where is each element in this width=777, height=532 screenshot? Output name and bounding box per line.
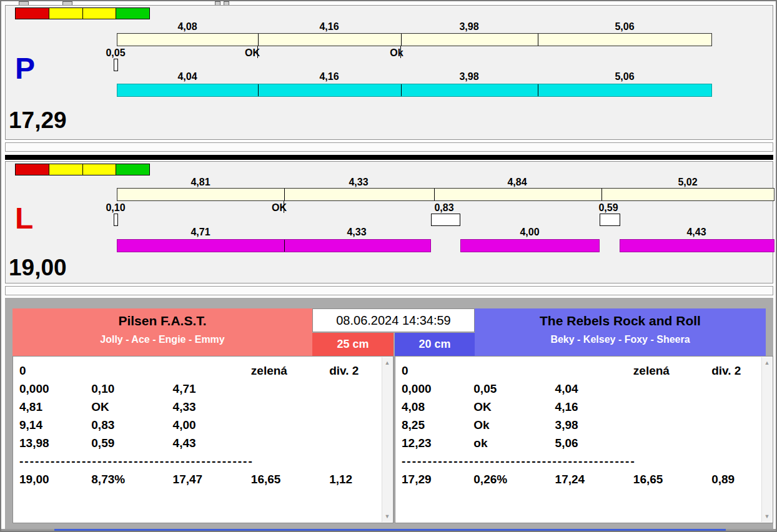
right-table-scrollbar[interactable]: ▲ ▼ xyxy=(761,357,772,522)
bar-tick xyxy=(284,240,285,252)
table-row: 0,000 0,05 4,04 xyxy=(395,380,773,398)
table-cell: OK xyxy=(473,398,552,416)
table-cell: 1,12 xyxy=(329,470,388,488)
light-yellow-2 xyxy=(83,164,117,175)
p-start-gap-box xyxy=(114,59,118,71)
lane-divider xyxy=(5,155,773,160)
l-fault-time-1: 0,83 xyxy=(434,202,453,214)
table-cell: 16,65 xyxy=(633,470,708,488)
table-separator: ----------------------------------------… xyxy=(395,452,773,470)
light-yellow-1 xyxy=(49,8,83,19)
flyball-timing-window: 4,08 4,16 3,98 5,06 0,05 OK Ok 4,04 4,16… xyxy=(0,0,777,532)
table-row: 8,25 Ok 3,98 xyxy=(395,416,773,434)
left-team-name: Pilsen F.A.S.T. xyxy=(12,313,312,328)
l-dog-time-4: 4,43 xyxy=(686,227,706,238)
right-team-name: The Rebels Rock and Roll xyxy=(475,313,766,328)
p-marker-ok-2: Ok xyxy=(390,47,403,59)
lane-panel-left xyxy=(5,161,773,283)
l-crossing-bar xyxy=(117,188,775,201)
table-cell: 3,98 xyxy=(555,416,630,434)
l-lane-letter: L xyxy=(15,204,33,234)
bar-tick xyxy=(284,189,285,200)
p-crossing-split-4: 5,06 xyxy=(615,21,634,32)
p-lane-total-time: 17,29 xyxy=(9,109,67,132)
table-cell: 17,24 xyxy=(555,470,630,488)
l-dog-time-bar-1 xyxy=(117,239,431,252)
l-crossing-split-1: 4,81 xyxy=(191,177,210,188)
table-row: 0,000 0,10 4,71 xyxy=(13,380,393,398)
scroll-down-icon[interactable]: ▼ xyxy=(382,512,392,521)
table-cell: 4,71 xyxy=(173,380,248,398)
l-lane-total-time: 19,00 xyxy=(9,256,67,279)
p-status-bar xyxy=(5,142,773,152)
table-row: 0 zelená div. 2 xyxy=(395,362,773,380)
scroll-up-icon[interactable]: ▲ xyxy=(762,358,772,367)
p-crossing-split-3: 3,98 xyxy=(459,21,478,32)
right-team-header: The Rebels Rock and Roll Beky - Kelsey -… xyxy=(475,308,766,356)
table-cell: 0 xyxy=(19,362,88,380)
l-dog-time-2: 4,33 xyxy=(347,227,366,238)
right-team-table: 0 zelená div. 2 0,000 0,05 4,04 4,08 OK … xyxy=(395,356,773,523)
l-crossing-split-2: 4,33 xyxy=(349,177,368,188)
bar-tick xyxy=(538,34,538,46)
p-dog-time-2: 4,16 xyxy=(319,71,339,82)
table-cell: 19,00 xyxy=(19,470,88,488)
light-yellow-1 xyxy=(49,164,83,175)
bottom-window-edge xyxy=(1,529,777,532)
l-start-offset: 0,10 xyxy=(106,202,125,214)
table-cell: 5,06 xyxy=(555,434,630,452)
table-cell: 4,00 xyxy=(173,416,248,434)
l-fault-gap-box-1 xyxy=(431,214,460,226)
table-cell: 4,81 xyxy=(19,398,88,416)
table-row: 4,81 OK 4,33 xyxy=(13,398,393,416)
table-totals-row: 17,29 0,26% 17,24 16,65 0,89 xyxy=(395,470,773,488)
table-cell: 4,43 xyxy=(173,434,248,452)
left-team-table: 0 zelená div. 2 0,000 0,10 4,71 4,81 OK … xyxy=(12,356,393,523)
scroll-down-icon[interactable]: ▼ xyxy=(762,512,772,521)
table-row: 0 zelená div. 2 xyxy=(13,362,393,380)
table-cell: 8,25 xyxy=(402,416,470,434)
table-cell: 4,33 xyxy=(173,398,248,416)
table-cell: 9,14 xyxy=(19,416,88,434)
l-marker-ok: OK xyxy=(272,202,287,214)
p-dog-time-3: 3,98 xyxy=(459,71,478,82)
table-cell: ok xyxy=(473,434,552,452)
light-green xyxy=(116,164,149,175)
p-crossing-bar xyxy=(117,33,712,46)
table-cell: zelená xyxy=(251,362,326,380)
p-dog-time-4: 5,06 xyxy=(615,71,634,82)
table-cell: 4,08 xyxy=(402,398,470,416)
table-cell: 0,59 xyxy=(91,434,169,452)
table-cell: 4,16 xyxy=(555,398,630,416)
table-cell: 0 xyxy=(402,362,470,380)
l-dog-time-3: 4,00 xyxy=(520,227,539,238)
lane-panel-right xyxy=(5,5,773,140)
bar-tick xyxy=(538,84,538,96)
p-lane-letter: P xyxy=(15,54,35,84)
l-dog-time-1: 4,71 xyxy=(191,227,210,238)
start-lights-p xyxy=(15,7,150,19)
bar-tick xyxy=(401,84,402,96)
table-row: 12,23 ok 5,06 xyxy=(395,434,773,452)
bar-tick xyxy=(601,189,602,200)
table-cell: 4,04 xyxy=(555,380,630,398)
l-dog-time-bar-2 xyxy=(460,239,600,252)
right-team-dogs: Beky - Kelsey - Foxy - Sheera xyxy=(475,334,766,345)
l-dog-time-bar-3 xyxy=(620,239,775,252)
table-cell: zelená xyxy=(633,362,708,380)
light-red xyxy=(16,8,49,19)
l-crossing-split-4: 5,02 xyxy=(678,177,697,188)
light-red xyxy=(16,164,49,175)
l-crossing-split-3: 4,84 xyxy=(507,177,527,188)
light-yellow-2 xyxy=(83,8,117,19)
p-dog-time-bar xyxy=(117,84,712,97)
scroll-up-icon[interactable]: ▲ xyxy=(382,358,392,367)
right-jump-height: 20 cm xyxy=(395,333,475,356)
table-cell: 17,47 xyxy=(173,470,248,488)
bar-tick xyxy=(258,84,259,96)
table-totals-row: 19,00 8,73% 17,47 16,65 1,12 xyxy=(13,470,393,488)
l-fault-gap-box-2 xyxy=(600,214,620,226)
table-cell: OK xyxy=(91,398,169,416)
left-table-scrollbar[interactable]: ▲ ▼ xyxy=(382,357,392,522)
table-cell: Ok xyxy=(473,416,552,434)
